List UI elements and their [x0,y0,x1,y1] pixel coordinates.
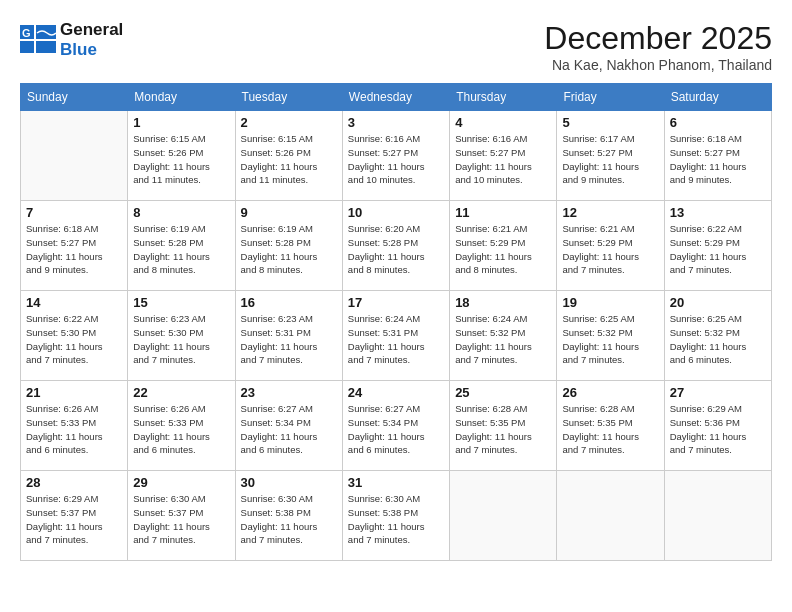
calendar-cell: 7Sunrise: 6:18 AMSunset: 5:27 PMDaylight… [21,201,128,291]
day-info: Sunrise: 6:23 AMSunset: 5:31 PMDaylight:… [241,312,337,367]
calendar-cell: 14Sunrise: 6:22 AMSunset: 5:30 PMDayligh… [21,291,128,381]
day-number: 19 [562,295,658,310]
day-info: Sunrise: 6:25 AMSunset: 5:32 PMDaylight:… [562,312,658,367]
day-info: Sunrise: 6:22 AMSunset: 5:30 PMDaylight:… [26,312,122,367]
svg-marker-2 [36,41,56,53]
calendar-cell: 3Sunrise: 6:16 AMSunset: 5:27 PMDaylight… [342,111,449,201]
day-info: Sunrise: 6:24 AMSunset: 5:32 PMDaylight:… [455,312,551,367]
day-number: 20 [670,295,766,310]
calendar-cell: 4Sunrise: 6:16 AMSunset: 5:27 PMDaylight… [450,111,557,201]
day-number: 10 [348,205,444,220]
day-number: 14 [26,295,122,310]
calendar-cell: 19Sunrise: 6:25 AMSunset: 5:32 PMDayligh… [557,291,664,381]
day-number: 3 [348,115,444,130]
calendar-cell: 27Sunrise: 6:29 AMSunset: 5:36 PMDayligh… [664,381,771,471]
calendar-cell: 15Sunrise: 6:23 AMSunset: 5:30 PMDayligh… [128,291,235,381]
logo-blue: Blue [60,40,123,60]
calendar-cell: 28Sunrise: 6:29 AMSunset: 5:37 PMDayligh… [21,471,128,561]
calendar-cell: 20Sunrise: 6:25 AMSunset: 5:32 PMDayligh… [664,291,771,381]
day-info: Sunrise: 6:30 AMSunset: 5:38 PMDaylight:… [241,492,337,547]
calendar-cell: 2Sunrise: 6:15 AMSunset: 5:26 PMDaylight… [235,111,342,201]
day-info: Sunrise: 6:19 AMSunset: 5:28 PMDaylight:… [133,222,229,277]
calendar-week-row: 7Sunrise: 6:18 AMSunset: 5:27 PMDaylight… [21,201,772,291]
calendar-cell: 11Sunrise: 6:21 AMSunset: 5:29 PMDayligh… [450,201,557,291]
day-number: 28 [26,475,122,490]
col-saturday: Saturday [664,84,771,111]
day-number: 13 [670,205,766,220]
day-info: Sunrise: 6:29 AMSunset: 5:37 PMDaylight:… [26,492,122,547]
day-number: 24 [348,385,444,400]
calendar-cell: 25Sunrise: 6:28 AMSunset: 5:35 PMDayligh… [450,381,557,471]
svg-marker-3 [20,41,34,53]
day-info: Sunrise: 6:18 AMSunset: 5:27 PMDaylight:… [26,222,122,277]
col-friday: Friday [557,84,664,111]
day-number: 27 [670,385,766,400]
col-monday: Monday [128,84,235,111]
day-number: 31 [348,475,444,490]
day-number: 7 [26,205,122,220]
day-info: Sunrise: 6:26 AMSunset: 5:33 PMDaylight:… [26,402,122,457]
calendar-cell [450,471,557,561]
day-info: Sunrise: 6:22 AMSunset: 5:29 PMDaylight:… [670,222,766,277]
day-info: Sunrise: 6:19 AMSunset: 5:28 PMDaylight:… [241,222,337,277]
calendar-cell: 23Sunrise: 6:27 AMSunset: 5:34 PMDayligh… [235,381,342,471]
day-number: 6 [670,115,766,130]
day-number: 5 [562,115,658,130]
day-number: 23 [241,385,337,400]
day-number: 15 [133,295,229,310]
calendar-cell: 31Sunrise: 6:30 AMSunset: 5:38 PMDayligh… [342,471,449,561]
logo: G General Blue [20,20,123,61]
day-number: 2 [241,115,337,130]
col-sunday: Sunday [21,84,128,111]
day-number: 9 [241,205,337,220]
calendar-week-row: 28Sunrise: 6:29 AMSunset: 5:37 PMDayligh… [21,471,772,561]
calendar-cell [664,471,771,561]
calendar-table: Sunday Monday Tuesday Wednesday Thursday… [20,83,772,561]
calendar-cell [21,111,128,201]
logo-icon: G [20,25,56,55]
day-info: Sunrise: 6:17 AMSunset: 5:27 PMDaylight:… [562,132,658,187]
day-info: Sunrise: 6:30 AMSunset: 5:37 PMDaylight:… [133,492,229,547]
col-tuesday: Tuesday [235,84,342,111]
day-number: 17 [348,295,444,310]
month-title: December 2025 [544,20,772,57]
calendar-cell [557,471,664,561]
page-header: G General Blue December 2025 Na Kae, Nak… [20,20,772,73]
day-info: Sunrise: 6:18 AMSunset: 5:27 PMDaylight:… [670,132,766,187]
title-block: December 2025 Na Kae, Nakhon Phanom, Tha… [544,20,772,73]
day-info: Sunrise: 6:28 AMSunset: 5:35 PMDaylight:… [562,402,658,457]
day-info: Sunrise: 6:28 AMSunset: 5:35 PMDaylight:… [455,402,551,457]
calendar-week-row: 1Sunrise: 6:15 AMSunset: 5:26 PMDaylight… [21,111,772,201]
day-number: 18 [455,295,551,310]
calendar-cell: 26Sunrise: 6:28 AMSunset: 5:35 PMDayligh… [557,381,664,471]
day-number: 25 [455,385,551,400]
location: Na Kae, Nakhon Phanom, Thailand [544,57,772,73]
calendar-cell: 30Sunrise: 6:30 AMSunset: 5:38 PMDayligh… [235,471,342,561]
day-number: 1 [133,115,229,130]
day-info: Sunrise: 6:29 AMSunset: 5:36 PMDaylight:… [670,402,766,457]
calendar-cell: 8Sunrise: 6:19 AMSunset: 5:28 PMDaylight… [128,201,235,291]
col-wednesday: Wednesday [342,84,449,111]
day-info: Sunrise: 6:16 AMSunset: 5:27 PMDaylight:… [348,132,444,187]
calendar-week-row: 21Sunrise: 6:26 AMSunset: 5:33 PMDayligh… [21,381,772,471]
day-number: 8 [133,205,229,220]
calendar-cell: 22Sunrise: 6:26 AMSunset: 5:33 PMDayligh… [128,381,235,471]
day-info: Sunrise: 6:25 AMSunset: 5:32 PMDaylight:… [670,312,766,367]
day-number: 16 [241,295,337,310]
day-info: Sunrise: 6:15 AMSunset: 5:26 PMDaylight:… [241,132,337,187]
day-info: Sunrise: 6:20 AMSunset: 5:28 PMDaylight:… [348,222,444,277]
calendar-cell: 16Sunrise: 6:23 AMSunset: 5:31 PMDayligh… [235,291,342,381]
day-info: Sunrise: 6:24 AMSunset: 5:31 PMDaylight:… [348,312,444,367]
col-thursday: Thursday [450,84,557,111]
day-number: 11 [455,205,551,220]
day-info: Sunrise: 6:27 AMSunset: 5:34 PMDaylight:… [241,402,337,457]
day-info: Sunrise: 6:21 AMSunset: 5:29 PMDaylight:… [562,222,658,277]
day-number: 4 [455,115,551,130]
day-info: Sunrise: 6:23 AMSunset: 5:30 PMDaylight:… [133,312,229,367]
day-info: Sunrise: 6:16 AMSunset: 5:27 PMDaylight:… [455,132,551,187]
day-number: 21 [26,385,122,400]
calendar-cell: 17Sunrise: 6:24 AMSunset: 5:31 PMDayligh… [342,291,449,381]
day-info: Sunrise: 6:27 AMSunset: 5:34 PMDaylight:… [348,402,444,457]
svg-text:G: G [22,27,31,39]
day-number: 29 [133,475,229,490]
